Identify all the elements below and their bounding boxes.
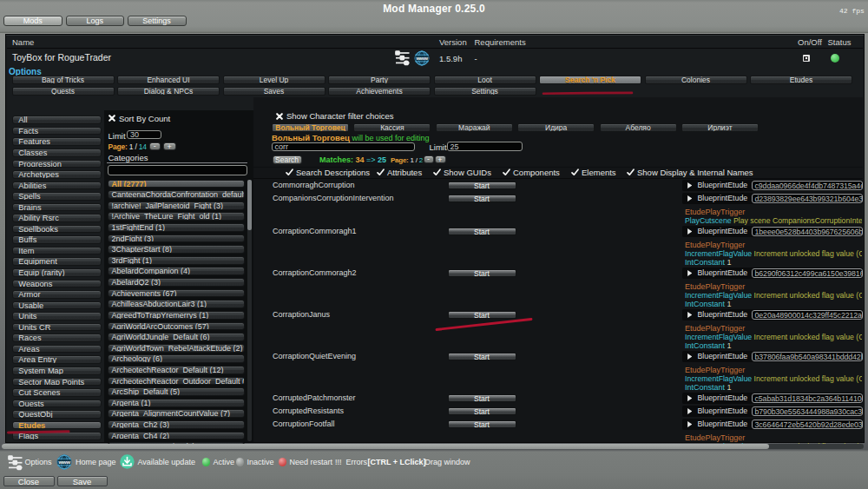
svg-text:www: www [57, 459, 70, 465]
svg-text:www: www [415, 55, 428, 61]
